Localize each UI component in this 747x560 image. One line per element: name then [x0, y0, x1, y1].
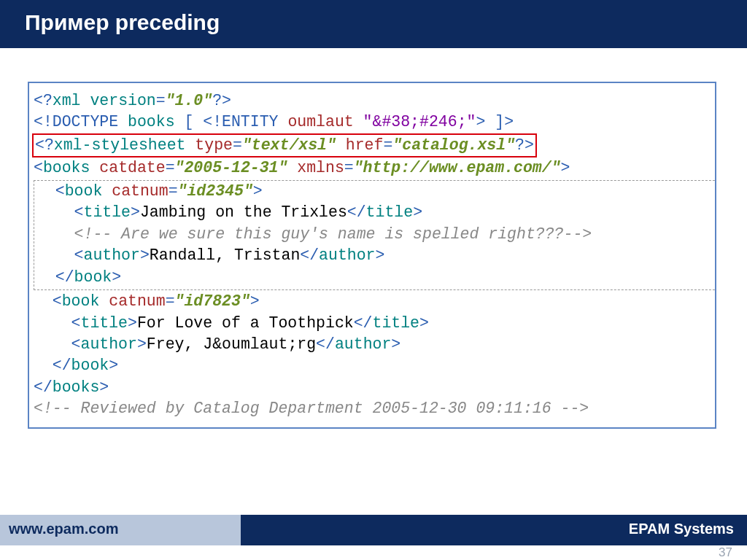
code-token: = [344, 159, 354, 176]
code-token: > [476, 113, 495, 131]
code-token: <? [34, 92, 53, 109]
code-token: book [74, 268, 112, 286]
footer-url: www.epam.com [0, 515, 241, 545]
code-token: < [34, 335, 81, 353]
code-token: book [65, 182, 112, 200]
context-box: <book catnum="id2345"> <title>Jambing on… [34, 180, 716, 290]
code-token: ?> [515, 136, 534, 154]
code-token: > [250, 292, 260, 310]
code-token: book [62, 292, 109, 310]
code-token: title [366, 203, 414, 221]
code-token: </ [34, 378, 53, 396]
code-block: <?xml version="1.0"?> <!DOCTYPE books [ … [28, 82, 716, 429]
code-token: <? [35, 136, 54, 154]
code-token: > [99, 378, 109, 396]
code-token: </ [300, 246, 319, 264]
code-token: < [34, 314, 81, 332]
code-token: > [128, 314, 137, 332]
code-token: </ [34, 357, 71, 374]
code-token: </ [354, 314, 373, 332]
code-token: Frey, J [147, 335, 212, 353]
code-token: Randall, Tristan [150, 246, 300, 264]
code-token: > [131, 203, 140, 221]
code-token: "catalog.xsl" [392, 136, 515, 154]
code-token: < [34, 292, 62, 310]
code-token: <!DOCTYPE [34, 113, 128, 131]
code-token: </ [36, 268, 74, 286]
code-token: < [36, 246, 84, 264]
code-token: > [140, 246, 150, 264]
code-token: = [169, 182, 178, 200]
code-token: = [166, 292, 175, 310]
code-token: Jambing on the Trixles [140, 203, 347, 221]
code-token: ?> [212, 92, 231, 109]
code-token: "http://www.epam.com/" [354, 159, 561, 176]
code-token: books [128, 113, 175, 131]
code-token [36, 225, 74, 243]
code-token: "&#38;#246;" [363, 113, 476, 131]
code-token: &oumlaut; [212, 335, 297, 353]
code-token: catdate [99, 159, 165, 176]
code-token: author [319, 246, 375, 264]
code-token: books [53, 378, 100, 396]
code-token: > [109, 357, 118, 374]
code-token: > [413, 203, 422, 221]
code-token: title [373, 314, 420, 332]
code-token: < [36, 203, 84, 221]
slide: Пример preceding <?xml version="1.0"?> <… [0, 0, 747, 560]
code-token: <!-- Reviewed by Catalog Department 2005… [34, 400, 589, 417]
code-token: < [34, 159, 43, 176]
code-token: title [81, 314, 128, 332]
code-token: "id2345" [178, 182, 253, 200]
code-token: <!ENTITY [203, 113, 287, 131]
code-token: < [36, 182, 65, 200]
footer-brand: EPAM Systems [241, 515, 747, 545]
code-token: ]> [495, 113, 514, 131]
code-token: <!-- Are we sure this guy's name is spel… [74, 225, 592, 243]
code-token: = [383, 136, 392, 154]
code-token: oumlaut [287, 113, 363, 131]
code-token: "id7823" [175, 292, 250, 310]
code-token: </ [347, 203, 366, 221]
code-token: "text/xsl" [242, 136, 346, 154]
code-token: author [84, 246, 140, 264]
code-token: "1.0" [166, 92, 213, 109]
code-token: = [166, 159, 175, 176]
code-token: title [84, 203, 131, 221]
code-token: href [346, 136, 384, 154]
code-token: = [233, 136, 242, 154]
code-token: > [112, 268, 121, 286]
code-token: books [43, 159, 99, 176]
code-token: rg [297, 335, 316, 353]
code-token: = [156, 92, 166, 109]
page-number: 37 [719, 545, 732, 560]
code-token: xml-stylesheet [54, 136, 196, 154]
code-token: > [561, 159, 570, 176]
code-token: </ [316, 335, 335, 353]
footer: www.epam.com EPAM Systems [0, 515, 747, 545]
code-token: catnum [112, 182, 168, 200]
code-token: author [335, 335, 391, 353]
code-token: > [253, 182, 263, 200]
code-token: > [391, 335, 400, 353]
code-token: xmlns [297, 159, 344, 176]
code-token: book [71, 357, 109, 374]
code-token: type [195, 136, 233, 154]
code-token: > [376, 246, 385, 264]
title-bar: Пример preceding [0, 0, 747, 48]
highlighted-line: <?xml-stylesheet type="text/xsl" href="c… [32, 133, 537, 158]
code-token: For Love of a Toothpick [137, 314, 354, 332]
code-token: author [81, 335, 137, 353]
code-token: catnum [109, 292, 165, 310]
code-token: [ [175, 113, 204, 131]
code-token: > [419, 314, 429, 332]
code-token: "2005-12-31" [175, 159, 298, 176]
slide-title: Пример preceding [25, 10, 220, 34]
code-token: xml version [53, 92, 156, 109]
code-token: > [137, 335, 147, 353]
